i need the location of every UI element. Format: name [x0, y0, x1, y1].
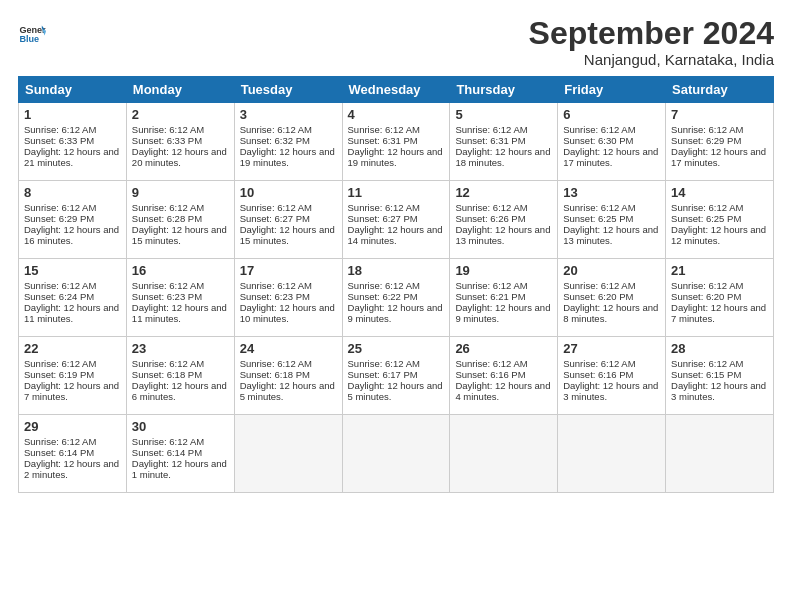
daylight-label: Daylight: 12 hours and 15 minutes. [132, 224, 227, 246]
sunset-label: Sunset: 6:20 PM [671, 291, 741, 302]
sunrise-label: Sunrise: 6:12 AM [348, 202, 420, 213]
col-sunday: Sunday [19, 77, 127, 103]
sunrise-label: Sunrise: 6:12 AM [24, 202, 96, 213]
sunset-label: Sunset: 6:16 PM [455, 369, 525, 380]
logo: General Blue [18, 20, 46, 48]
day-number: 11 [348, 185, 445, 200]
month-title: September 2024 [529, 16, 774, 51]
sunset-label: Sunset: 6:21 PM [455, 291, 525, 302]
sunset-label: Sunset: 6:33 PM [132, 135, 202, 146]
table-row [558, 415, 666, 493]
sunset-label: Sunset: 6:22 PM [348, 291, 418, 302]
table-row: 7 Sunrise: 6:12 AM Sunset: 6:29 PM Dayli… [666, 103, 774, 181]
sunset-label: Sunset: 6:32 PM [240, 135, 310, 146]
daylight-label: Daylight: 12 hours and 2 minutes. [24, 458, 119, 480]
sunrise-label: Sunrise: 6:12 AM [132, 124, 204, 135]
sunset-label: Sunset: 6:15 PM [671, 369, 741, 380]
day-number: 15 [24, 263, 121, 278]
table-row [666, 415, 774, 493]
col-wednesday: Wednesday [342, 77, 450, 103]
daylight-label: Daylight: 12 hours and 9 minutes. [348, 302, 443, 324]
sunrise-label: Sunrise: 6:12 AM [455, 124, 527, 135]
day-number: 9 [132, 185, 229, 200]
day-number: 5 [455, 107, 552, 122]
daylight-label: Daylight: 12 hours and 5 minutes. [240, 380, 335, 402]
sunset-label: Sunset: 6:23 PM [240, 291, 310, 302]
daylight-label: Daylight: 12 hours and 18 minutes. [455, 146, 550, 168]
sunrise-label: Sunrise: 6:12 AM [348, 358, 420, 369]
sunrise-label: Sunrise: 6:12 AM [563, 358, 635, 369]
sunset-label: Sunset: 6:29 PM [671, 135, 741, 146]
day-number: 14 [671, 185, 768, 200]
daylight-label: Daylight: 12 hours and 17 minutes. [671, 146, 766, 168]
sunrise-label: Sunrise: 6:12 AM [240, 202, 312, 213]
sunrise-label: Sunrise: 6:12 AM [563, 202, 635, 213]
sunset-label: Sunset: 6:20 PM [563, 291, 633, 302]
location: Nanjangud, Karnataka, India [529, 51, 774, 68]
day-number: 17 [240, 263, 337, 278]
calendar: Sunday Monday Tuesday Wednesday Thursday… [18, 76, 774, 493]
daylight-label: Daylight: 12 hours and 20 minutes. [132, 146, 227, 168]
day-number: 27 [563, 341, 660, 356]
table-row: 29 Sunrise: 6:12 AM Sunset: 6:14 PM Dayl… [19, 415, 127, 493]
daylight-label: Daylight: 12 hours and 10 minutes. [240, 302, 335, 324]
sunset-label: Sunset: 6:25 PM [563, 213, 633, 224]
logo-icon: General Blue [18, 20, 46, 48]
sunset-label: Sunset: 6:16 PM [563, 369, 633, 380]
day-number: 6 [563, 107, 660, 122]
day-number: 22 [24, 341, 121, 356]
sunrise-label: Sunrise: 6:12 AM [24, 436, 96, 447]
table-row: 11 Sunrise: 6:12 AM Sunset: 6:27 PM Dayl… [342, 181, 450, 259]
sunrise-label: Sunrise: 6:12 AM [671, 124, 743, 135]
sunrise-label: Sunrise: 6:12 AM [24, 280, 96, 291]
sunrise-label: Sunrise: 6:12 AM [563, 280, 635, 291]
day-number: 19 [455, 263, 552, 278]
day-number: 7 [671, 107, 768, 122]
table-row [234, 415, 342, 493]
sunset-label: Sunset: 6:29 PM [24, 213, 94, 224]
table-row: 15 Sunrise: 6:12 AM Sunset: 6:24 PM Dayl… [19, 259, 127, 337]
daylight-label: Daylight: 12 hours and 1 minute. [132, 458, 227, 480]
daylight-label: Daylight: 12 hours and 8 minutes. [563, 302, 658, 324]
day-number: 4 [348, 107, 445, 122]
daylight-label: Daylight: 12 hours and 3 minutes. [671, 380, 766, 402]
sunset-label: Sunset: 6:25 PM [671, 213, 741, 224]
table-row: 8 Sunrise: 6:12 AM Sunset: 6:29 PM Dayli… [19, 181, 127, 259]
sunrise-label: Sunrise: 6:12 AM [24, 124, 96, 135]
page: General Blue September 2024 Nanjangud, K… [0, 0, 792, 612]
sunset-label: Sunset: 6:31 PM [348, 135, 418, 146]
calendar-week: 15 Sunrise: 6:12 AM Sunset: 6:24 PM Dayl… [19, 259, 774, 337]
daylight-label: Daylight: 12 hours and 11 minutes. [24, 302, 119, 324]
sunset-label: Sunset: 6:27 PM [348, 213, 418, 224]
table-row: 26 Sunrise: 6:12 AM Sunset: 6:16 PM Dayl… [450, 337, 558, 415]
day-number: 29 [24, 419, 121, 434]
table-row: 18 Sunrise: 6:12 AM Sunset: 6:22 PM Dayl… [342, 259, 450, 337]
sunrise-label: Sunrise: 6:12 AM [132, 280, 204, 291]
calendar-week: 1 Sunrise: 6:12 AM Sunset: 6:33 PM Dayli… [19, 103, 774, 181]
table-row: 5 Sunrise: 6:12 AM Sunset: 6:31 PM Dayli… [450, 103, 558, 181]
daylight-label: Daylight: 12 hours and 15 minutes. [240, 224, 335, 246]
table-row [342, 415, 450, 493]
table-row: 16 Sunrise: 6:12 AM Sunset: 6:23 PM Dayl… [126, 259, 234, 337]
table-row [450, 415, 558, 493]
calendar-week: 29 Sunrise: 6:12 AM Sunset: 6:14 PM Dayl… [19, 415, 774, 493]
table-row: 1 Sunrise: 6:12 AM Sunset: 6:33 PM Dayli… [19, 103, 127, 181]
day-number: 21 [671, 263, 768, 278]
daylight-label: Daylight: 12 hours and 17 minutes. [563, 146, 658, 168]
table-row: 28 Sunrise: 6:12 AM Sunset: 6:15 PM Dayl… [666, 337, 774, 415]
col-monday: Monday [126, 77, 234, 103]
day-number: 8 [24, 185, 121, 200]
daylight-label: Daylight: 12 hours and 7 minutes. [24, 380, 119, 402]
header-row: Sunday Monday Tuesday Wednesday Thursday… [19, 77, 774, 103]
daylight-label: Daylight: 12 hours and 5 minutes. [348, 380, 443, 402]
day-number: 23 [132, 341, 229, 356]
daylight-label: Daylight: 12 hours and 13 minutes. [563, 224, 658, 246]
sunset-label: Sunset: 6:18 PM [132, 369, 202, 380]
sunrise-label: Sunrise: 6:12 AM [348, 280, 420, 291]
table-row: 22 Sunrise: 6:12 AM Sunset: 6:19 PM Dayl… [19, 337, 127, 415]
sunrise-label: Sunrise: 6:12 AM [671, 280, 743, 291]
daylight-label: Daylight: 12 hours and 9 minutes. [455, 302, 550, 324]
sunset-label: Sunset: 6:18 PM [240, 369, 310, 380]
day-number: 30 [132, 419, 229, 434]
sunset-label: Sunset: 6:27 PM [240, 213, 310, 224]
